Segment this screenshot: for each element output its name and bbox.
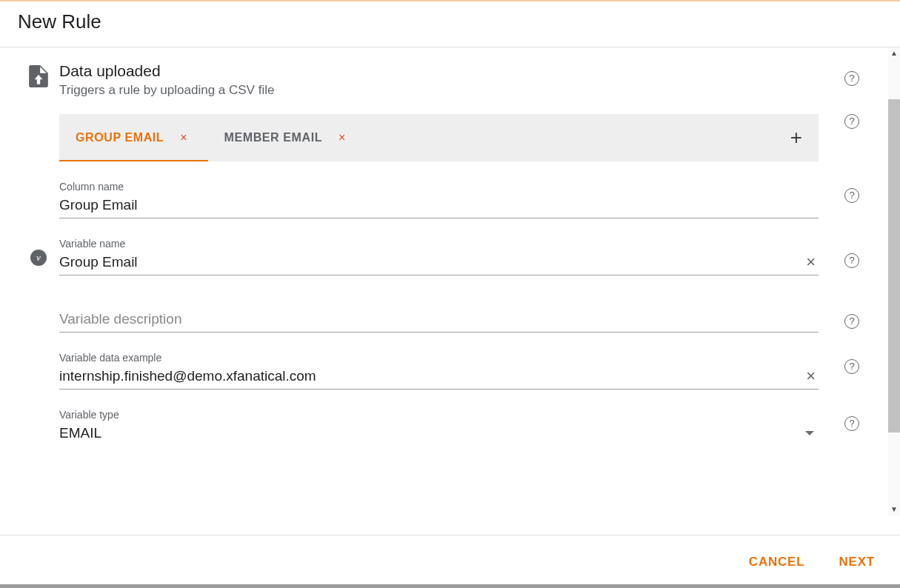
clear-icon[interactable]: × xyxy=(803,368,819,384)
variable-name-input[interactable] xyxy=(59,253,803,272)
page-header: New Rule xyxy=(0,1,900,47)
close-icon[interactable]: × xyxy=(339,131,345,144)
close-icon[interactable]: × xyxy=(180,131,187,144)
footer-actions: CANCEL NEXT xyxy=(0,535,900,588)
scroll-up-icon[interactable]: ▲ xyxy=(888,47,900,59)
tabs-main: GROUP EMAIL × MEMBER EMAIL × + xyxy=(59,114,833,161)
field-label: Column name xyxy=(59,181,819,193)
help-icon[interactable]: ? xyxy=(844,114,859,129)
trigger-icon-col xyxy=(18,62,59,87)
cancel-button[interactable]: CANCEL xyxy=(744,554,810,570)
next-button[interactable]: NEXT xyxy=(834,554,879,570)
left-spacer xyxy=(18,333,59,335)
input-underline: × xyxy=(59,253,819,275)
help-icon[interactable]: ? xyxy=(844,416,859,431)
trigger-header-row: Data uploaded Triggers a rule by uploadi… xyxy=(18,62,870,114)
left-spacer xyxy=(18,390,59,392)
left-spacer xyxy=(18,275,59,278)
scroll-down-icon[interactable]: ▼ xyxy=(888,504,900,515)
column-name-row: Column name ? xyxy=(18,161,870,218)
chevron-down-icon[interactable] xyxy=(805,431,814,435)
tabs-row: GROUP EMAIL × MEMBER EMAIL × + ? xyxy=(18,114,870,161)
help-icon[interactable]: ? xyxy=(844,71,859,86)
add-tab-button[interactable]: + xyxy=(774,126,819,150)
nu-icon-col: ν xyxy=(18,229,59,266)
variable-type-row: Variable type EMAIL ? xyxy=(18,390,870,446)
field-label: Variable name xyxy=(59,238,819,250)
content-wrapper: Data uploaded Triggers a rule by uploadi… xyxy=(0,47,900,515)
trigger-subtitle: Triggers a rule by uploading a CSV file xyxy=(59,83,819,98)
column-name-input[interactable] xyxy=(59,196,819,215)
variable-name-row: ν Variable name × ? xyxy=(18,218,870,275)
help-icon[interactable]: ? xyxy=(844,253,859,268)
scrollbar-track[interactable]: ▲ ▼ xyxy=(888,47,900,515)
tab-label: MEMBER EMAIL xyxy=(224,131,323,144)
variable-example-field: Variable data example × xyxy=(59,352,819,390)
help-icon[interactable]: ? xyxy=(844,359,859,374)
tabs-left-spacer xyxy=(18,114,59,117)
footer-bottom-border xyxy=(0,584,900,588)
tab-member-email[interactable]: MEMBER EMAIL × xyxy=(208,114,367,161)
top-accent-border xyxy=(0,0,900,1)
column-name-field: Column name xyxy=(59,181,819,218)
tabs-bar: GROUP EMAIL × MEMBER EMAIL × + xyxy=(59,114,819,161)
variable-type-field: Variable type EMAIL xyxy=(59,409,819,446)
help-icon[interactable]: ? xyxy=(844,314,859,329)
trigger-text: Data uploaded Triggers a rule by uploadi… xyxy=(59,62,833,114)
variable-description-field xyxy=(59,310,819,333)
input-underline: × xyxy=(59,367,819,390)
clear-icon[interactable]: × xyxy=(803,254,819,270)
field-label: Variable type xyxy=(59,409,819,421)
variable-description-row: ? xyxy=(18,275,870,333)
trigger-title: Data uploaded xyxy=(59,62,819,80)
tab-group-email[interactable]: GROUP EMAIL × xyxy=(59,114,208,161)
input-underline xyxy=(59,196,819,218)
variable-type-select[interactable]: EMAIL xyxy=(59,424,805,443)
nu-variable-icon: ν xyxy=(30,250,47,266)
variable-example-input[interactable] xyxy=(59,367,803,386)
scroll-thumb[interactable] xyxy=(888,99,900,432)
variable-description-input[interactable] xyxy=(59,310,819,329)
input-underline xyxy=(59,310,819,333)
variable-example-row: Variable data example × ? xyxy=(18,333,870,390)
variable-name-field: Variable name × xyxy=(59,238,819,275)
content-area: Data uploaded Triggers a rule by uploadi… xyxy=(0,47,900,515)
field-label: Variable data example xyxy=(59,352,819,364)
tab-label: GROUP EMAIL xyxy=(76,131,164,144)
select-line: EMAIL xyxy=(59,424,819,446)
help-icon[interactable]: ? xyxy=(844,188,859,203)
page-title: New Rule xyxy=(18,10,882,33)
left-spacer xyxy=(18,161,59,164)
file-upload-icon xyxy=(29,65,48,87)
